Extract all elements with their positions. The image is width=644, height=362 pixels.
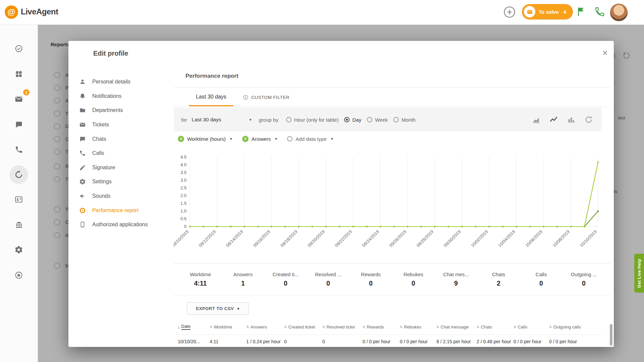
legend-chip-add-data-type[interactable]: Add data type▾ xyxy=(287,136,333,142)
remove-series-icon[interactable]: × xyxy=(178,136,184,142)
get-live-help-tab[interactable]: Get Live Help xyxy=(634,254,644,293)
chevron-down-icon[interactable]: ▾ xyxy=(275,136,277,141)
legend-label: Add data type xyxy=(296,136,327,142)
group-by-week[interactable]: Week xyxy=(367,117,388,123)
svg-text:09/28/2019: 09/28/2019 xyxy=(416,229,435,248)
sidebar-item-calls[interactable] xyxy=(9,140,28,159)
stat-label: Created ti... xyxy=(264,272,307,277)
tab-custom-filter[interactable]: CUSTOM FILTER xyxy=(243,95,289,100)
column-header-rewards[interactable]: ⇅Rewards xyxy=(363,324,400,329)
stat-value: 9 xyxy=(435,280,477,287)
column-header-answers[interactable]: ⇅Answers xyxy=(246,324,284,329)
svg-text:3.5: 3.5 xyxy=(180,170,186,175)
svg-text:09/20/2019: 09/20/2019 xyxy=(307,229,326,248)
sidebar-item-company[interactable] xyxy=(9,215,28,234)
svg-text:1.0: 1.0 xyxy=(180,208,186,214)
star-circle-icon xyxy=(14,271,23,280)
sidebar-item-mail[interactable]: 1 xyxy=(9,90,28,109)
menu-item-label: Performance report xyxy=(92,207,139,214)
stat-value: 0 xyxy=(350,280,392,287)
column-header-date[interactable]: ↓Date xyxy=(178,324,210,330)
column-header-created-ticket[interactable]: ⇅Created ticket xyxy=(284,324,322,329)
sidebar-item-reports[interactable] xyxy=(9,165,28,184)
range-dropdown[interactable]: Last 30 days ▾ xyxy=(192,117,252,123)
menu-item-departments[interactable]: Departments xyxy=(76,103,176,118)
legend-chip-answers[interactable]: ×Answers▾ xyxy=(242,136,277,142)
phone-icon xyxy=(79,150,87,157)
close-icon[interactable]: × xyxy=(599,47,611,59)
menu-item-performance-report[interactable]: Performance report xyxy=(76,203,176,218)
sidebar-item-dashboard[interactable] xyxy=(9,65,28,83)
menu-item-notifications[interactable]: Notifications xyxy=(76,89,176,104)
to-solve-count: 4 xyxy=(564,9,566,15)
column-header-calls[interactable]: ⇅Calls xyxy=(514,324,549,329)
to-solve-label: To solve xyxy=(539,9,559,15)
user-avatar[interactable] xyxy=(610,3,628,21)
column-header-rebukes[interactable]: ⇅Rebukes xyxy=(400,324,436,329)
menu-item-calls[interactable]: Calls xyxy=(76,146,176,161)
remove-series-icon[interactable]: × xyxy=(242,136,249,142)
menu-item-settings[interactable]: Settings xyxy=(76,175,176,189)
menu-item-label: Sounds xyxy=(92,193,110,199)
radio-label: Week xyxy=(375,117,388,123)
to-solve-button[interactable]: To solve 4 xyxy=(522,4,573,19)
group-by-day[interactable]: Day xyxy=(344,117,361,123)
sidebar-item-contacts[interactable] xyxy=(9,190,28,209)
modal-title: Edit profile xyxy=(93,50,128,57)
sidebar-item-tickets-check[interactable] xyxy=(9,39,28,58)
menu-item-chats[interactable]: Chats xyxy=(76,132,176,146)
performance-chart: 09/10/201909/12/201909/14/201909/16/2019… xyxy=(174,153,608,260)
stat-rewards: Rewards0 xyxy=(350,263,392,295)
stat-label: Chats xyxy=(477,272,520,277)
refresh-icon[interactable] xyxy=(584,115,593,124)
menu-item-label: Departments xyxy=(92,107,123,113)
export-to-csv-button[interactable]: EXPORT TO CSV ▾ xyxy=(187,302,249,315)
stat-answers: Answers1 xyxy=(222,263,264,295)
menu-item-label: Chats xyxy=(92,136,106,142)
sidebar-item-starred[interactable] xyxy=(9,266,28,285)
add-new-button[interactable] xyxy=(503,5,516,19)
sidebar-item-chats[interactable] xyxy=(9,115,28,134)
scrollbar-thumb[interactable] xyxy=(610,324,612,346)
legend-chip-worktime-hours[interactable]: ×Worktime (hours)▾ xyxy=(178,136,232,142)
donut-icon xyxy=(79,207,87,214)
line-chart-icon[interactable] xyxy=(549,115,558,124)
menu-item-signature[interactable]: Signature xyxy=(76,161,176,175)
group-by-hour-only-for-table[interactable]: Hour (only for table) xyxy=(286,117,339,123)
divider xyxy=(174,107,610,107)
column-header-chats[interactable]: ⇅Chats xyxy=(477,324,514,329)
column-header-outgoing-calls[interactable]: ⇅Outgoing calls xyxy=(549,324,604,329)
column-label: Created ticket xyxy=(288,324,315,329)
stat-label: Rebukes xyxy=(392,272,435,277)
column-header-chat-message[interactable]: ⇅Chat message xyxy=(436,324,477,329)
calls-button[interactable] xyxy=(594,6,605,17)
chevron-down-icon[interactable]: ▾ xyxy=(230,136,232,141)
area-chart-icon[interactable] xyxy=(532,115,541,124)
stat-value: 0 xyxy=(520,280,562,287)
topbar: @ LiveAgent To solve 4 xyxy=(0,0,644,25)
column-header-worktime[interactable]: ⇅Worktime xyxy=(210,324,246,329)
menu-item-tickets[interactable]: Tickets xyxy=(76,118,176,132)
column-label: Chat message xyxy=(440,324,469,329)
menu-item-authorized-applications[interactable]: Authorized applications xyxy=(76,218,176,232)
stat-value: 0 xyxy=(562,280,605,287)
sidebar-item-settings[interactable] xyxy=(9,240,28,259)
stat-label: Outgoing ... xyxy=(562,272,605,277)
sort-icon: ⇅ xyxy=(363,325,365,329)
bar-chart-icon[interactable] xyxy=(567,115,576,124)
stat-resolved: Resolved ...0 xyxy=(307,263,350,295)
menu-item-personal-details[interactable]: Personal details xyxy=(76,75,176,89)
sort-icon: ⇅ xyxy=(400,325,402,329)
svg-text:09/30/2019: 09/30/2019 xyxy=(443,229,462,248)
flag-icon xyxy=(576,6,586,17)
tab-last-30-days[interactable]: Last 30 days xyxy=(189,94,233,100)
chats-flag-button[interactable] xyxy=(576,6,586,17)
menu-item-sounds[interactable]: Sounds xyxy=(76,189,176,203)
group-by-month[interactable]: Month xyxy=(393,117,416,123)
svg-text:10/04/2019: 10/04/2019 xyxy=(497,229,516,248)
chevron-down-icon[interactable]: ▾ xyxy=(331,136,333,141)
column-header-resolved-ticke[interactable]: ⇅Resolved ticke xyxy=(322,324,363,329)
column-label: Resolved ticke xyxy=(326,324,355,329)
menu-item-label: Personal details xyxy=(92,79,130,85)
chart-type-icons xyxy=(532,115,593,124)
